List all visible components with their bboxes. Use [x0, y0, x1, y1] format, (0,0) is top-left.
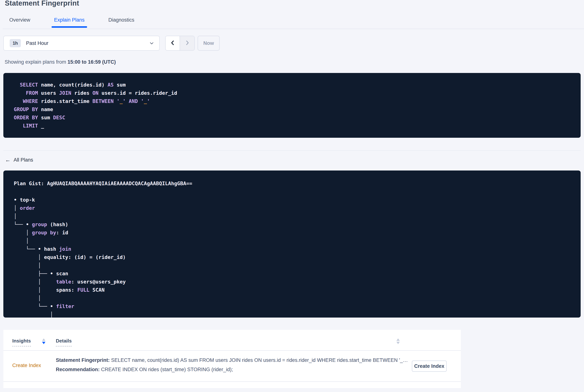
- active-tab-underline: [51, 26, 87, 28]
- plan-gist-block: Plan Gist: AgHUAQIABQAAAAHYAQIAiAEAAAADC…: [3, 170, 581, 318]
- tab-diagnostics[interactable]: Diagnostics: [106, 16, 137, 30]
- column-header-insights[interactable]: Insights: [12, 338, 31, 346]
- table-row-divider: [3, 382, 461, 382]
- time-range-label: Past Hour: [26, 40, 48, 46]
- tab-bar: Overview Explain Plans Diagnostics: [7, 16, 137, 30]
- column-header-details[interactable]: Details: [56, 338, 72, 346]
- time-nav-group: [165, 36, 195, 51]
- sort-down-arrow: [42, 342, 45, 344]
- tab-explain-plans-label: Explain Plans: [54, 17, 85, 23]
- time-range-select[interactable]: 1h Past Hour: [3, 36, 160, 51]
- sort-up-arrow: [42, 338, 45, 341]
- previous-time-button[interactable]: [166, 36, 180, 50]
- time-controls: 1h Past Hour Now: [3, 36, 220, 51]
- next-time-button[interactable]: [180, 36, 194, 50]
- status-time-range: 15:00 to 16:59 (UTC): [67, 59, 116, 65]
- time-range-badge: 1h: [10, 39, 21, 47]
- recommendation-detail: Recommendation: CREATE INDEX ON rides (s…: [56, 367, 233, 372]
- tab-overview[interactable]: Overview: [7, 16, 33, 30]
- sql-statement-block: SELECT name, count(rides.id) AS sum FROM…: [3, 73, 581, 138]
- sort-down-arrow: [396, 342, 400, 344]
- sort-icon-details[interactable]: [396, 338, 400, 344]
- chevron-right-icon: [184, 39, 190, 47]
- section-divider: [3, 150, 581, 151]
- chevron-left-icon: [169, 39, 176, 47]
- chevron-down-icon: [149, 40, 154, 46]
- tab-explain-plans[interactable]: Explain Plans: [51, 16, 87, 30]
- table-header-divider: [3, 350, 461, 351]
- all-plans-link[interactable]: ← All Plans: [5, 157, 33, 163]
- status-prefix: Showing explain plans from: [5, 59, 67, 65]
- left-arrow-icon: ←: [5, 157, 10, 163]
- create-index-button[interactable]: Create Index: [412, 360, 447, 372]
- now-button[interactable]: Now: [198, 36, 220, 51]
- tab-diagnostics-label: Diagnostics: [108, 17, 134, 23]
- sort-up-arrow: [396, 338, 400, 341]
- insights-table: Insights Details Create Index Statement …: [3, 330, 461, 388]
- showing-plans-status: Showing explain plans from 15:00 to 16:5…: [5, 59, 116, 65]
- create-index-link[interactable]: Create Index: [12, 362, 41, 368]
- page-title: Statement Fingerprint: [5, 0, 79, 7]
- statement-fingerprint-detail: Statement Fingerprint: SELECT name, coun…: [56, 358, 408, 363]
- sort-icon-insights[interactable]: [42, 338, 45, 344]
- tab-overview-label: Overview: [9, 17, 30, 23]
- all-plans-label: All Plans: [13, 157, 33, 163]
